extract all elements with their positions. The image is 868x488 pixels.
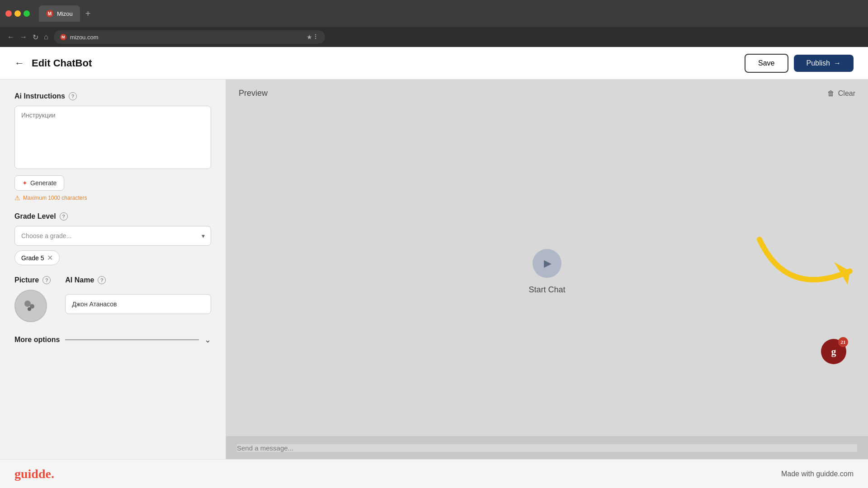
generate-label: Generate [30,179,57,187]
svg-point-2 [28,307,31,311]
avatar[interactable] [14,290,47,322]
clear-trash-icon: 🗑 [827,89,835,98]
preview-body: ▶ Start Chat g 21 [226,107,868,436]
tab-bar: M Mizou + [39,5,90,22]
grade-tag-remove-button[interactable]: ✕ [47,253,53,262]
address-text: mizou.com [70,34,99,41]
publish-arrow-icon: → [834,59,841,67]
ai-name-label: AI Name ? [65,276,211,284]
generate-button[interactable]: ✦ Generate [14,175,64,191]
play-icon: ▶ [544,258,552,269]
ai-name-input[interactable] [65,294,211,314]
grade-level-label: Grade Level ? [14,212,211,221]
address-icons: ★ ⠇ [307,33,319,41]
grade-level-text: Grade Level [14,212,56,221]
forward-nav-button[interactable]: → [20,33,27,41]
maximize-traffic-light[interactable] [24,10,30,17]
grade-5-tag: Grade 5 ✕ [14,250,60,265]
message-input[interactable] [237,444,857,452]
tab-title: Mizou [57,10,73,17]
refresh-nav-button[interactable]: ↻ [33,33,38,42]
grade-select[interactable]: Choose a grade... [14,226,211,246]
active-tab[interactable]: M Mizou [39,5,80,22]
start-chat-label: Start Chat [528,285,565,295]
guidde-badge[interactable]: g 21 [821,339,846,364]
made-with-text: Made with guidde.com [781,470,854,478]
ai-instructions-label: Ai Instructions [14,92,65,100]
chevron-down-icon: ⌄ [204,335,211,345]
preview-header: Preview 🗑 Clear [226,80,868,107]
new-tab-button[interactable]: + [85,9,91,19]
address-favicon: M [60,34,66,40]
preview-title: Preview [239,89,268,98]
publish-button[interactable]: Publish → [794,55,854,72]
guidde-badge-count: 21 [838,337,848,347]
picture-help-icon[interactable]: ? [42,276,51,284]
generate-sparkle-icon: ✦ [22,179,28,187]
preview-input-bar [226,436,868,459]
minimize-traffic-light[interactable] [14,10,21,17]
ai-instructions-section-label: Ai Instructions ? [14,92,211,100]
svg-point-0 [24,300,31,307]
start-chat-button[interactable]: ▶ [533,249,561,278]
tab-favicon: M [46,10,53,17]
picture-section: Picture ? AI Name ? [14,276,211,322]
back-button[interactable]: ← [14,57,24,69]
preview-panel: Preview 🗑 Clear ▶ Start Chat [226,80,868,459]
start-chat-container: ▶ Start Chat [528,249,565,295]
publish-label: Publish [807,59,830,67]
guidde-badge-letter: g [831,346,836,357]
picture-subsection: Picture ? [14,276,51,322]
annotation-arrow [750,226,868,318]
close-traffic-light[interactable] [5,10,12,17]
main-content: Ai Instructions ? ✦ Generate ⚠ Maximum 1… [0,80,868,459]
clear-button[interactable]: 🗑 Clear [827,89,855,98]
char-limit-notice: ⚠ Maximum 1000 characters [14,194,211,202]
picture-label: Picture ? [14,276,51,284]
back-nav-button[interactable]: ← [7,33,14,41]
app-header: ← Edit ChatBot Save Publish → [0,47,868,80]
address-bar-row: ← → ↻ ⌂ M mizou.com ★ ⠇ [0,27,868,47]
home-nav-button[interactable]: ⌂ [44,33,48,41]
left-panel: Ai Instructions ? ✦ Generate ⚠ Maximum 1… [0,80,226,459]
grade-select-wrapper: Choose a grade... ▾ [14,226,211,246]
footer: guidde. Made with guidde.com [0,459,868,488]
grade-tag-label: Grade 5 [21,254,44,262]
grade-level-section: Grade Level ? Choose a grade... ▾ Grade … [14,212,211,265]
warning-icon: ⚠ [14,194,20,202]
guidde-logo: guidde. [14,467,54,481]
header-actions: Save Publish → [745,54,854,73]
more-options-label: More options [14,336,60,344]
picture-text: Picture [14,276,39,284]
address-bar[interactable]: M mizou.com ★ ⠇ [54,30,325,44]
save-button[interactable]: Save [745,54,788,73]
svg-marker-3 [834,262,850,285]
ai-instructions-textarea[interactable] [14,106,211,169]
traffic-lights [5,10,30,17]
ai-name-text: AI Name [65,276,94,284]
clear-label: Clear [838,89,855,98]
more-options-toggle[interactable]: More options ⌄ [14,335,211,345]
ai-name-section: AI Name ? [65,276,211,314]
char-limit-text: Maximum 1000 characters [23,195,87,201]
browser-chrome: M Mizou + [0,0,868,27]
page-title: Edit ChatBot [32,57,92,69]
ai-instructions-help-icon[interactable]: ? [69,92,77,100]
ai-name-help-icon[interactable]: ? [98,276,106,284]
more-options-divider [65,339,199,340]
grade-level-help-icon[interactable]: ? [60,212,68,221]
